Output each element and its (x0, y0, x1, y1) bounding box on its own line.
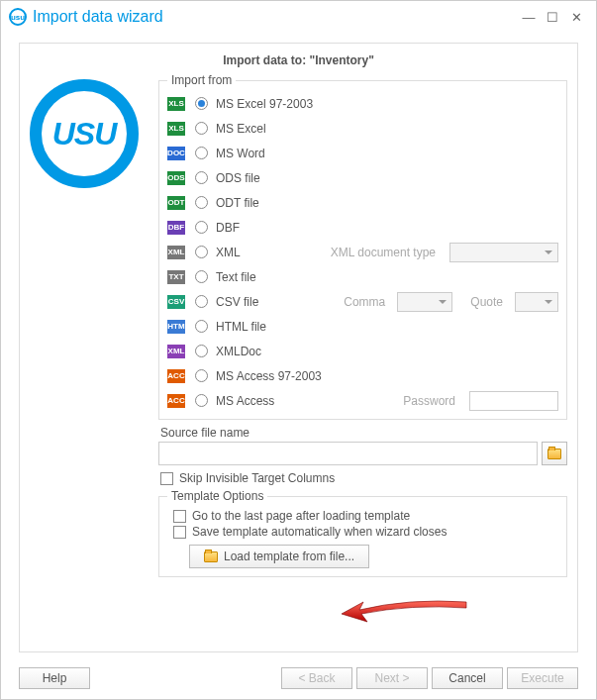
format-label-csv: CSV file (216, 295, 258, 309)
password-input[interactable] (469, 391, 558, 411)
dbf-file-icon: DBF (167, 221, 185, 235)
format-radio-xlsx[interactable] (195, 122, 208, 135)
format-option-xml: XMLXMLXML document type (167, 240, 558, 264)
comma-combo[interactable] (397, 292, 452, 312)
format-option-docx: DOCMS Word (167, 141, 558, 165)
source-file-label: Source file name (160, 426, 567, 440)
app-icon: usu (9, 8, 27, 26)
format-label-odt: ODT file (216, 196, 259, 210)
maximize-icon[interactable]: ☐ (541, 10, 564, 25)
execute-button[interactable]: Execute (507, 667, 578, 689)
wizard-panel: Import data to: "Inventory" USU Import f… (19, 43, 578, 652)
format-label-html: HTML file (216, 320, 266, 334)
odt-file-icon: ODT (167, 196, 185, 210)
skip-invisible-checkbox[interactable] (160, 472, 173, 485)
quote-combo[interactable] (515, 292, 558, 312)
xmld-file-icon: XML (167, 345, 185, 358)
format-radio-xml[interactable] (195, 246, 208, 258)
folder-icon (204, 551, 218, 562)
cancel-button[interactable]: Cancel (432, 667, 503, 689)
goto-last-page-label: Go to the last page after loading templa… (192, 509, 410, 523)
skip-invisible-label: Skip Invisible Target Columns (179, 471, 335, 485)
window-title: Import data wizard (33, 8, 517, 26)
format-radio-csv[interactable] (195, 295, 208, 308)
format-option-dbf: DBFDBF (167, 215, 558, 240)
comma-label: Comma (344, 295, 385, 309)
next-button[interactable]: Next > (356, 667, 428, 689)
import-wizard-window: usu Import data wizard — ☐ ✕ Import data… (0, 0, 597, 700)
format-radio-dbf[interactable] (195, 221, 208, 234)
import-from-legend: Import from (167, 73, 236, 87)
format-label-accd: MS Access (216, 394, 274, 408)
minimize-icon[interactable]: — (517, 10, 541, 25)
format-radio-xmld[interactable] (195, 345, 208, 357)
template-legend: Template Options (167, 489, 267, 503)
mdb-file-icon: ACC (167, 369, 185, 383)
format-label-docx: MS Word (216, 147, 265, 160)
auto-save-label: Save template automatically when wizard … (192, 525, 447, 539)
format-radio-xls[interactable] (195, 97, 208, 110)
usu-logo: USU (30, 79, 139, 188)
ods-file-icon: ODS (167, 171, 185, 185)
xml-file-icon: XML (167, 246, 185, 259)
format-option-mdb: ACCMS Access 97-2003 (167, 363, 558, 388)
format-label-mdb: MS Access 97-2003 (216, 369, 322, 383)
source-file-input[interactable] (158, 442, 538, 465)
format-radio-html[interactable] (195, 320, 208, 333)
auto-save-checkbox[interactable] (173, 526, 186, 539)
format-option-accd: ACCMS AccessPassword (167, 388, 558, 413)
back-button[interactable]: < Back (281, 667, 352, 689)
format-radio-odt[interactable] (195, 196, 208, 209)
xml-type-combo[interactable] (449, 243, 558, 262)
xlsx-file-icon: XLS (167, 122, 185, 136)
format-label-xls: MS Excel 97-2003 (216, 97, 313, 111)
format-option-ods: ODSODS file (167, 165, 558, 190)
arrow-annotation (340, 596, 468, 626)
goto-last-page-checkbox[interactable] (173, 510, 186, 523)
titlebar: usu Import data wizard — ☐ ✕ (1, 1, 596, 33)
format-option-csv: CSVCSV fileCommaQuote (167, 289, 558, 314)
format-radio-docx[interactable] (195, 147, 208, 159)
format-label-xlsx: MS Excel (216, 122, 266, 136)
format-label-xml: XML (216, 246, 241, 259)
template-options-group: Template Options Go to the last page aft… (158, 489, 567, 577)
docx-file-icon: DOC (167, 147, 185, 160)
xml-type-label: XML document type (331, 246, 436, 259)
load-template-button[interactable]: Load template from file... (189, 545, 369, 568)
format-radio-txt[interactable] (195, 270, 208, 283)
format-option-xmld: XMLXMLDoc (167, 339, 558, 363)
close-icon[interactable]: ✕ (564, 10, 588, 25)
browse-button[interactable] (542, 442, 567, 465)
format-radio-ods[interactable] (195, 171, 208, 184)
help-button[interactable]: Help (19, 667, 90, 689)
accd-file-icon: ACC (167, 394, 185, 408)
quote-label: Quote (470, 295, 503, 309)
format-label-xmld: XMLDoc (216, 345, 261, 358)
csv-file-icon: CSV (167, 295, 185, 309)
format-radio-accd[interactable] (195, 394, 208, 407)
format-option-html: HTMHTML file (167, 314, 558, 339)
format-label-txt: Text file (216, 270, 256, 284)
format-option-txt: TXTText file (167, 264, 558, 289)
footer: Help < Back Next > Cancel Execute (19, 667, 578, 689)
format-label-ods: ODS file (216, 171, 260, 185)
format-label-dbf: DBF (216, 221, 240, 235)
format-option-odt: ODTODT file (167, 190, 558, 215)
password-label: Password (403, 394, 455, 408)
html-file-icon: HTM (167, 320, 185, 334)
folder-icon (547, 449, 561, 459)
format-option-xlsx: XLSMS Excel (167, 116, 558, 141)
format-radio-mdb[interactable] (195, 369, 208, 382)
txt-file-icon: TXT (167, 270, 185, 284)
import-from-group: Import from XLSMS Excel 97-2003XLSMS Exc… (158, 73, 567, 420)
xls-file-icon: XLS (167, 97, 185, 111)
format-option-xls: XLSMS Excel 97-2003 (167, 91, 558, 116)
page-header: Import data to: "Inventory" (30, 53, 567, 67)
